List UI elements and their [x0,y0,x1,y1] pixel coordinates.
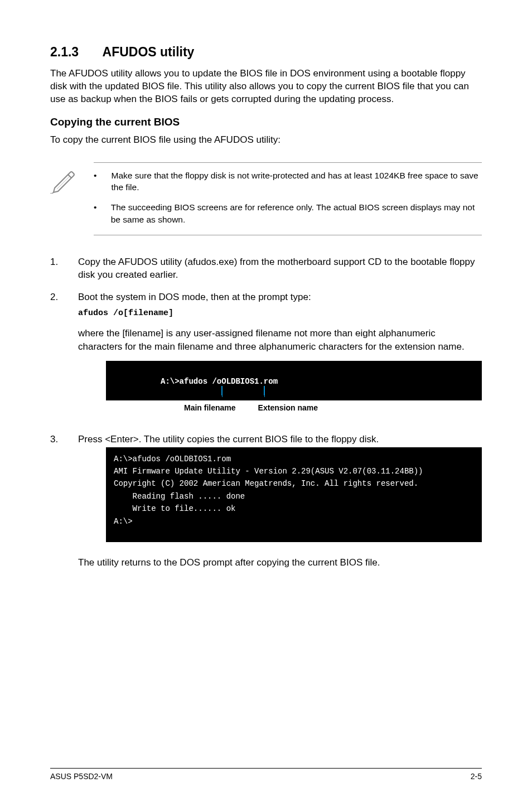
term-line: A:\>afudos /oOLDBIOS1.rom [114,453,474,465]
term-line: A:\> [114,515,474,528]
step-number: 2. [50,291,60,424]
note-item: • Make sure that the floppy disk is not … [94,170,482,194]
bullet-icon: • [94,201,98,225]
note-text: Make sure that the floppy disk is not wr… [111,170,482,194]
pencil-icon [50,162,78,196]
closing-paragraph: The utility returns to the DOS prompt af… [78,557,482,569]
term-main-filename: OLDBIOS1 [221,377,259,386]
step-number: 1. [50,255,60,282]
footer-left: ASUS P5SD2-VM [50,772,113,781]
intro-paragraph: The AFUDOS utility allows you to update … [50,67,482,106]
term-ext: rom [264,377,278,386]
label-extension-name: Extension name [258,403,318,414]
term-prefix: A:\>afudos /o [161,377,221,386]
footer-right: 2-5 [471,772,482,781]
terminal-output: A:\>afudos /oOLDBIOS1.rom [106,361,482,400]
term-dot: . [259,377,263,386]
page-footer: ASUS P5SD2-VM 2-5 [50,768,482,781]
step-item: 2. Boot the system in DOS mode, then at … [50,291,482,424]
term-line: Copyright (C) 2002 American Megatrends, … [114,477,474,490]
step-explanation: where the [filename] is any user-assigne… [78,327,482,354]
step-text: Copy the AFUDOS utility (afudos.exe) fro… [78,257,475,281]
terminal-output: A:\>afudos /oOLDBIOS1.rom AMI Firmware U… [106,447,482,542]
subsection-heading: Copying the current BIOS [50,116,482,128]
term-line: Write to file...... ok [114,503,474,515]
code-command: afudos /o[filename] [78,307,482,319]
svg-line-0 [57,177,69,189]
term-line: Reading flash ..... done [114,490,474,503]
note-item: • The succeeding BIOS screens are for re… [94,201,482,225]
section-title: AFUDOS utility [103,45,195,59]
section-number: 2.1.3 [50,45,99,60]
note-text: The succeeding BIOS screens are for refe… [111,201,482,225]
step-text: Press <Enter>. The utility copies the cu… [78,434,379,445]
step-item: 1. Copy the AFUDOS utility (afudos.exe) … [50,255,482,282]
step-text: Boot the system in DOS mode, then at the… [78,292,311,302]
note-block: • Make sure that the floppy disk is not … [50,162,482,235]
step-item: 3. Press <Enter>. The utility copies the… [50,433,482,579]
step-number: 3. [50,433,60,579]
subsection-intro: To copy the current BIOS file using the … [50,134,482,147]
term-line: AMI Firmware Update Utility - Version 2.… [114,465,474,477]
bullet-icon: • [94,170,98,194]
section-heading: 2.1.3 AFUDOS utility [50,45,482,60]
label-main-filename: Main filename [184,403,236,414]
